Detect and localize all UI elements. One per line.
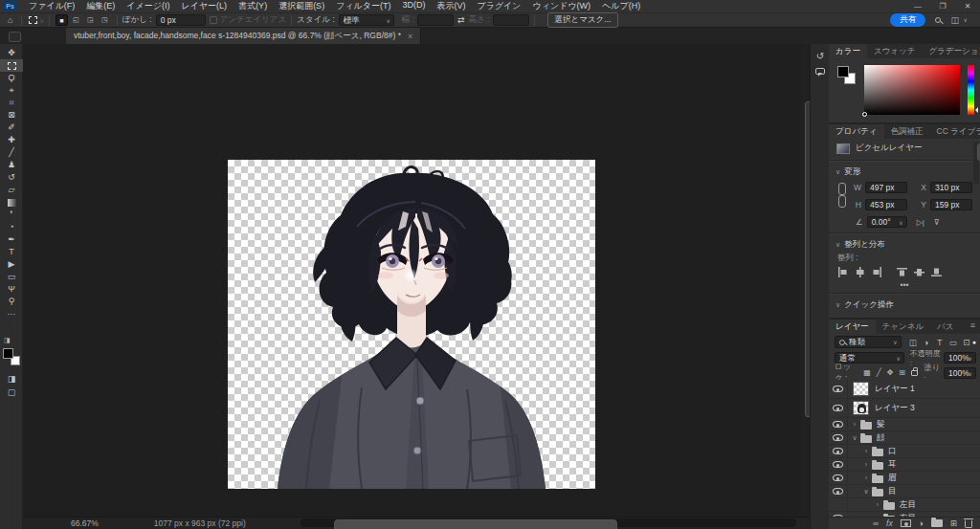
eraser-tool[interactable]: ▱ — [0, 184, 23, 196]
menu-item-ヘルプ(H)[interactable]: ヘルプ(H) — [596, 0, 646, 12]
search-icon[interactable] — [935, 15, 941, 25]
filter-type-layers-icon[interactable]: T — [934, 338, 946, 347]
layer-name[interactable]: レイヤー 1 — [875, 384, 915, 395]
move-tool[interactable]: ✥ — [0, 47, 23, 59]
menu-item-イメージ(I)[interactable]: イメージ(I) — [121, 0, 175, 12]
filter-adjustment-layers-icon[interactable]: ◑ — [921, 338, 932, 347]
filter-toggle-icon[interactable]: ● — [972, 339, 976, 345]
layer-visibility-toggle[interactable] — [829, 431, 848, 444]
rectangular-marquee-tool[interactable] — [0, 59, 23, 72]
align-bottom-icon[interactable] — [931, 267, 942, 277]
height-input[interactable] — [493, 14, 529, 26]
foreground-color-swatch[interactable] — [837, 66, 849, 77]
default-colors-icon[interactable]: ◨ — [4, 337, 11, 344]
layer-visibility-toggle[interactable] — [829, 498, 848, 511]
active-tool-icon[interactable] — [29, 16, 37, 24]
layer-thumbnail[interactable] — [853, 382, 869, 396]
layer-name[interactable]: 口 — [888, 446, 897, 457]
layer-style-icon[interactable]: fx — [886, 518, 893, 528]
color-saturation-field[interactable] — [864, 65, 960, 115]
filter-smart-objects-icon[interactable]: ⊡ — [961, 338, 972, 347]
workspace-switcher-icon[interactable]: ◫ — [950, 15, 970, 25]
layer-row[interactable]: ∨顔 — [829, 431, 980, 445]
menu-item-表示(V)[interactable]: 表示(V) — [431, 0, 471, 12]
hue-slider[interactable] — [968, 65, 974, 115]
foreground-color-swatch[interactable] — [3, 348, 13, 359]
layer-name[interactable]: 左目 — [900, 499, 916, 511]
hand-tool[interactable]: Ψ — [0, 283, 23, 296]
brush-tool[interactable]: ╱ — [0, 146, 23, 159]
transform-x-input[interactable]: 310 px — [930, 182, 972, 193]
document-canvas[interactable] — [228, 160, 595, 489]
blend-mode-select[interactable]: 通常 — [835, 352, 904, 364]
layer-name[interactable]: レイヤー 3 — [875, 403, 915, 414]
layers-tab-menu-icon[interactable]: ≡ — [970, 320, 980, 334]
zoom-level[interactable]: 66.67% — [71, 518, 99, 528]
minimize-button[interactable]: — — [905, 2, 930, 11]
layer-thumbnail[interactable] — [853, 401, 869, 415]
filter-pixel-layers-icon[interactable]: ◫ — [907, 338, 919, 347]
align-center-horizontal-icon[interactable] — [855, 267, 865, 277]
color-tab-スウォッチ[interactable]: スウォッチ — [867, 44, 923, 58]
menu-item-3D(D)[interactable]: 3D(D) — [396, 0, 431, 12]
flip-vertical-icon[interactable]: ⊽ — [934, 218, 940, 227]
new-selection[interactable]: ■ — [56, 14, 68, 26]
align-section-header[interactable]: ∨整列と分布 — [829, 236, 980, 252]
align-more-button[interactable]: ••• — [829, 279, 980, 291]
collapse-icon[interactable]: ∨ — [850, 434, 859, 442]
layer-row[interactable]: レイヤー 1 — [829, 380, 980, 399]
width-input[interactable] — [417, 14, 454, 26]
layers-tab-レイヤー[interactable]: レイヤー — [829, 320, 876, 334]
vertical-scrollbar[interactable] — [801, 44, 809, 516]
layer-visibility-toggle[interactable] — [829, 380, 848, 398]
menu-item-編集(E)[interactable]: 編集(E) — [80, 0, 121, 12]
properties-tab-プロパティ[interactable]: プロパティ — [829, 124, 884, 139]
layer-visibility-toggle[interactable] — [829, 458, 848, 471]
menu-item-レイヤー(L)[interactable]: レイヤー(L) — [175, 0, 233, 12]
rotation-input[interactable]: 0.00° — [867, 216, 907, 228]
layer-visibility-toggle[interactable] — [829, 485, 848, 497]
lock-position-icon[interactable]: ✥ — [887, 368, 894, 377]
layer-name[interactable]: 眉 — [888, 473, 897, 484]
layer-row[interactable]: ›眉 — [829, 472, 980, 485]
align-center-vertical-icon[interactable] — [914, 267, 924, 277]
new-adjustment-layer-icon[interactable]: ◑ — [919, 518, 924, 528]
menu-item-フィルター(T)[interactable]: フィルター(T) — [330, 0, 396, 12]
subtract-from-selection[interactable]: ◲ — [84, 14, 97, 26]
layer-row[interactable]: ›左目 — [829, 498, 980, 512]
menu-item-選択範囲(S)[interactable]: 選択範囲(S) — [273, 0, 330, 12]
expand-icon[interactable]: › — [850, 421, 859, 428]
history-brush-tool[interactable]: ↺ — [0, 171, 23, 184]
lasso-tool[interactable]: Ϙ — [0, 72, 23, 84]
layer-row[interactable]: ∨目 — [829, 485, 980, 498]
swap-dimensions-icon[interactable]: ⇄ — [454, 15, 469, 25]
crop-tool[interactable]: ⌗ — [0, 97, 23, 109]
style-select[interactable]: 標準 — [339, 14, 394, 26]
intersect-selection[interactable]: ◳ — [99, 14, 111, 26]
transform-y-input[interactable]: 159 px — [930, 199, 972, 210]
select-and-mask-button[interactable]: 選択とマスク... — [547, 12, 619, 28]
add-to-selection[interactable]: ◱ — [70, 14, 82, 26]
layer-visibility-toggle[interactable] — [829, 445, 848, 457]
expand-icon[interactable]: › — [861, 448, 871, 454]
home-icon[interactable]: ⌂ — [4, 15, 16, 25]
color-tab-カラー[interactable]: カラー — [829, 44, 867, 58]
layers-tab-パス[interactable]: パス — [930, 320, 960, 334]
layer-name[interactable]: 顔 — [877, 432, 885, 444]
menu-item-プラグイン[interactable]: プラグイン — [471, 0, 526, 12]
clone-stamp-tool[interactable]: ♟ — [0, 159, 23, 171]
screen-mode-button[interactable]: ▢ — [0, 386, 23, 399]
transform-width-input[interactable]: 497 px — [865, 182, 907, 193]
delete-layer-icon[interactable] — [965, 518, 972, 528]
share-button[interactable]: 共有 — [890, 13, 925, 27]
filter-shape-layers-icon[interactable]: ▭ — [947, 338, 959, 347]
align-right-icon[interactable] — [872, 267, 882, 277]
layer-row[interactable]: レイヤー 3 — [829, 399, 980, 418]
new-group-icon[interactable] — [931, 519, 943, 527]
pen-tool[interactable]: ✒ — [0, 233, 23, 246]
close-tab-icon[interactable]: × — [408, 32, 412, 41]
rectangle-tool[interactable]: ▭ — [0, 271, 23, 283]
horizontal-scrollbar[interactable] — [301, 518, 796, 527]
restore-button[interactable]: ❐ — [930, 2, 955, 11]
lock-all-icon[interactable] — [911, 370, 918, 376]
